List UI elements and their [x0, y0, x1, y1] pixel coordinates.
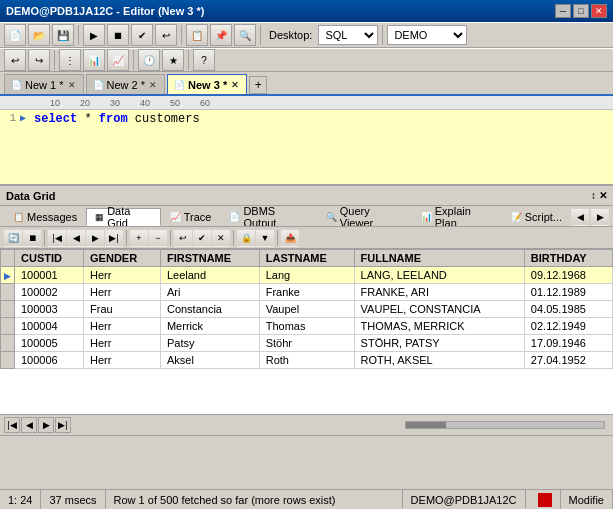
grid-last-button[interactable]: ▶| — [105, 229, 123, 247]
cell-birthday-5[interactable]: 27.04.1952 — [524, 352, 612, 369]
datagrid-dock-button[interactable]: ↕ — [591, 190, 596, 201]
rollback-button[interactable]: ↩ — [155, 24, 177, 46]
subtab-scroll-right[interactable]: ▶ — [591, 208, 609, 226]
cell-fullname-3[interactable]: THOMAS, MERRICK — [354, 318, 524, 335]
grid-delete-button[interactable]: − — [149, 229, 167, 247]
col-fullname[interactable]: FULLNAME — [354, 250, 524, 267]
subtab-trace[interactable]: 📈 Trace — [161, 208, 221, 226]
cell-lastname-3[interactable]: Thomas — [259, 318, 354, 335]
stop-button[interactable]: ⏹ — [107, 24, 129, 46]
help-button[interactable]: ? — [193, 49, 215, 71]
col-lastname[interactable]: LASTNAME — [259, 250, 354, 267]
connection-dropdown[interactable]: DEMO — [387, 25, 467, 45]
cell-lastname-0[interactable]: Lang — [259, 267, 354, 284]
cell-birthday-1[interactable]: 01.12.1989 — [524, 284, 612, 301]
grid-export-button[interactable]: 📤 — [281, 229, 299, 247]
open-button[interactable]: 📂 — [28, 24, 50, 46]
execute-button[interactable]: ▶ — [83, 24, 105, 46]
table-row[interactable]: 100006HerrAkselRothROTH, AKSEL27.04.1952 — [1, 352, 613, 369]
nav-prev-button[interactable]: ◀ — [21, 417, 37, 433]
datagrid-close-button[interactable]: ✕ — [599, 190, 607, 201]
grid-filter-button[interactable]: ▼ — [256, 229, 274, 247]
maximize-button[interactable]: □ — [573, 4, 589, 18]
col-birthday[interactable]: BIRTHDAY — [524, 250, 612, 267]
cell-firstname-3[interactable]: Merrick — [160, 318, 259, 335]
nav-last-button[interactable]: ▶| — [55, 417, 71, 433]
subtab-datagrid[interactable]: ▦ Data Grid — [86, 208, 161, 226]
copy-button[interactable]: 📋 — [186, 24, 208, 46]
cell-gender-1[interactable]: Herr — [84, 284, 161, 301]
nav-next-button[interactable]: ▶ — [38, 417, 54, 433]
cell-fullname-5[interactable]: ROTH, AKSEL — [354, 352, 524, 369]
cell-birthday-4[interactable]: 17.09.1946 — [524, 335, 612, 352]
grid-add-button[interactable]: + — [130, 229, 148, 247]
cell-fullname-1[interactable]: FRANKE, ARI — [354, 284, 524, 301]
cell-custid-4[interactable]: 100005 — [15, 335, 84, 352]
table-row[interactable]: 100004HerrMerrickThomasTHOMAS, MERRICK02… — [1, 318, 613, 335]
tab-new2[interactable]: 📄 New 2 * ✕ — [86, 74, 166, 94]
grid-commit-button[interactable]: ✔ — [193, 229, 211, 247]
cell-lastname-2[interactable]: Vaupel — [259, 301, 354, 318]
cell-gender-2[interactable]: Frau — [84, 301, 161, 318]
undo-button[interactable]: ↩ — [4, 49, 26, 71]
grid-prev-button[interactable]: ◀ — [67, 229, 85, 247]
cell-fullname-0[interactable]: LANG, LEELAND — [354, 267, 524, 284]
autotrace-button[interactable]: 📈 — [107, 49, 129, 71]
tab-add-button[interactable]: + — [249, 76, 267, 94]
explain-button[interactable]: 📊 — [83, 49, 105, 71]
subtab-messages[interactable]: 📋 Messages — [4, 208, 86, 226]
col-firstname[interactable]: FIRSTNAME — [160, 250, 259, 267]
redo-button[interactable]: ↪ — [28, 49, 50, 71]
data-table-container[interactable]: CUSTID GENDER FIRSTNAME LASTNAME FULLNAM… — [0, 249, 613, 414]
line-code-1[interactable]: select * from customers — [34, 112, 200, 126]
cell-birthday-3[interactable]: 02.12.1949 — [524, 318, 612, 335]
grid-undo-button[interactable]: ↩ — [174, 229, 192, 247]
history-button[interactable]: 🕐 — [138, 49, 160, 71]
table-row[interactable]: 100002HerrAriFrankeFRANKE, ARI01.12.1989 — [1, 284, 613, 301]
table-row[interactable]: ▶100001HerrLeelandLangLANG, LEELAND09.12… — [1, 267, 613, 284]
col-custid[interactable]: CUSTID — [15, 250, 84, 267]
cell-firstname-4[interactable]: Patsy — [160, 335, 259, 352]
subtab-script[interactable]: 📝 Script... — [502, 208, 571, 226]
table-row[interactable]: 100003FrauConstanciaVaupelVAUPEL, CONSTA… — [1, 301, 613, 318]
subtab-dbms-output[interactable]: 📄 DBMS Output — [220, 208, 316, 226]
cell-custid-5[interactable]: 100006 — [15, 352, 84, 369]
find-button[interactable]: 🔍 — [234, 24, 256, 46]
grid-next-button[interactable]: ▶ — [86, 229, 104, 247]
horizontal-scrollbar[interactable] — [405, 421, 605, 429]
cell-gender-4[interactable]: Herr — [84, 335, 161, 352]
cell-lastname-4[interactable]: Stöhr — [259, 335, 354, 352]
cell-fullname-2[interactable]: VAUPEL, CONSTANCIA — [354, 301, 524, 318]
favorites-button[interactable]: ★ — [162, 49, 184, 71]
grid-rollback-button[interactable]: ✕ — [212, 229, 230, 247]
new-button[interactable]: 📄 — [4, 24, 26, 46]
grid-stop-button[interactable]: ⏹ — [23, 229, 41, 247]
minimize-button[interactable]: ─ — [555, 4, 571, 18]
save-button[interactable]: 💾 — [52, 24, 74, 46]
cell-firstname-1[interactable]: Ari — [160, 284, 259, 301]
close-button[interactable]: ✕ — [591, 4, 607, 18]
cell-gender-0[interactable]: Herr — [84, 267, 161, 284]
table-row[interactable]: 100005HerrPatsyStöhrSTÖHR, PATSY17.09.19… — [1, 335, 613, 352]
tab-close-2[interactable]: ✕ — [148, 80, 158, 90]
subtab-scroll-left[interactable]: ◀ — [571, 208, 589, 226]
tab-close-1[interactable]: ✕ — [67, 80, 77, 90]
format-button[interactable]: ⋮ — [59, 49, 81, 71]
grid-first-button[interactable]: |◀ — [48, 229, 66, 247]
commit-button[interactable]: ✔ — [131, 24, 153, 46]
grid-refresh-button[interactable]: 🔄 — [4, 229, 22, 247]
tab-new3[interactable]: 📄 New 3 * ✕ — [167, 74, 247, 94]
cell-lastname-5[interactable]: Roth — [259, 352, 354, 369]
cell-birthday-0[interactable]: 09.12.1968 — [524, 267, 612, 284]
cell-gender-3[interactable]: Herr — [84, 318, 161, 335]
subtab-query-viewer[interactable]: 🔍 Query Viewer — [317, 208, 412, 226]
grid-lock-button[interactable]: 🔒 — [237, 229, 255, 247]
paste-button[interactable]: 📌 — [210, 24, 232, 46]
nav-first-button[interactable]: |◀ — [4, 417, 20, 433]
cell-fullname-4[interactable]: STÖHR, PATSY — [354, 335, 524, 352]
cell-gender-5[interactable]: Herr — [84, 352, 161, 369]
cell-firstname-0[interactable]: Leeland — [160, 267, 259, 284]
cell-custid-1[interactable]: 100002 — [15, 284, 84, 301]
col-gender[interactable]: GENDER — [84, 250, 161, 267]
tab-close-3[interactable]: ✕ — [230, 80, 240, 90]
